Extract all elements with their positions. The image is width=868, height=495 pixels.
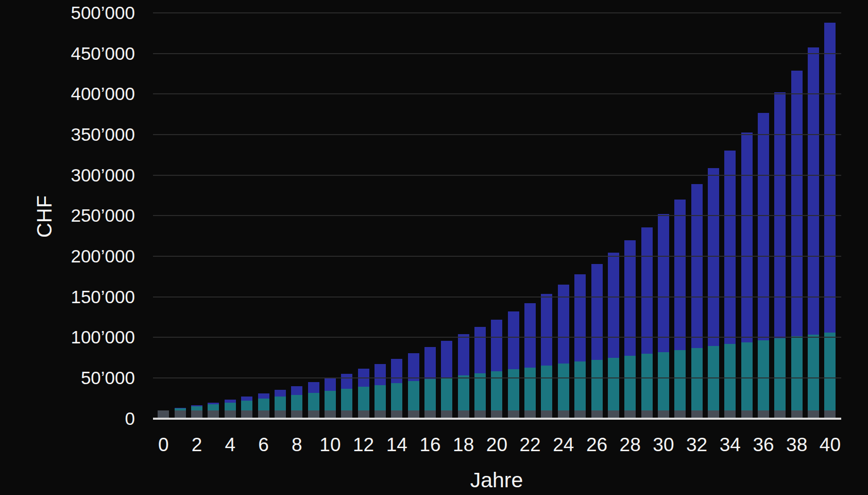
bar-segment-top-segment-blue-year-32 <box>691 184 703 348</box>
bar-segment-middle-segment-teal-year-21 <box>508 369 519 410</box>
bar-segment-top-segment-blue-year-35 <box>741 133 753 342</box>
bar-segment-middle-segment-teal-year-7 <box>275 397 286 410</box>
y-tick-label: 500’000 <box>0 3 135 23</box>
bar-segment-middle-segment-teal-year-26 <box>591 360 603 410</box>
bar-segment-middle-segment-teal-year-10 <box>325 391 336 410</box>
bar-segment-top-segment-blue-year-2 <box>191 405 202 406</box>
gridline-450000 <box>153 53 841 54</box>
bar-segment-top-segment-blue-year-10 <box>325 378 336 391</box>
gridline-50000 <box>153 377 841 378</box>
bar-segment-middle-segment-teal-year-11 <box>341 389 352 410</box>
y-tick-label: 150’000 <box>0 287 135 307</box>
bar-segment-middle-segment-teal-year-38 <box>791 336 803 410</box>
bar-segment-middle-segment-teal-year-19 <box>474 373 486 410</box>
bar-segment-middle-segment-teal-year-22 <box>524 368 536 410</box>
bar-segment-top-segment-blue-year-18 <box>458 334 469 375</box>
gridline-100000 <box>153 337 841 338</box>
bar-segment-middle-segment-teal-year-4 <box>225 403 236 410</box>
bar-segment-top-segment-blue-year-22 <box>524 303 536 368</box>
bar-segment-middle-segment-teal-year-1 <box>175 408 186 410</box>
bar-segment-middle-segment-teal-year-5 <box>241 401 252 410</box>
bar-segment-top-segment-blue-year-27 <box>608 253 619 358</box>
bar-segment-top-segment-blue-year-30 <box>658 214 669 352</box>
bar-segment-middle-segment-teal-year-37 <box>774 338 786 410</box>
y-tick-label: 300’000 <box>0 165 135 186</box>
y-tick-label: 50’000 <box>0 368 135 388</box>
bar-segment-middle-segment-teal-year-40 <box>824 333 836 410</box>
bar-segment-middle-segment-teal-year-28 <box>624 356 636 410</box>
bar-segment-top-segment-blue-year-33 <box>708 168 719 346</box>
bar-segment-middle-segment-teal-year-17 <box>441 377 452 410</box>
bar-segment-middle-segment-teal-year-24 <box>558 364 569 410</box>
bar-segment-top-segment-blue-year-26 <box>591 264 603 360</box>
bar-segment-middle-segment-teal-year-13 <box>375 385 386 410</box>
bar-segment-top-segment-blue-year-11 <box>341 374 352 389</box>
bar-segment-middle-segment-teal-year-30 <box>658 352 669 410</box>
bar-segment-top-segment-blue-year-9 <box>308 382 319 393</box>
bar-segment-top-segment-blue-year-31 <box>674 200 686 350</box>
y-tick-label: 100’000 <box>0 327 135 348</box>
bar-segment-top-segment-blue-year-8 <box>291 386 302 395</box>
bar-segment-top-segment-blue-year-39 <box>808 47 819 335</box>
bar-segment-top-segment-blue-year-23 <box>541 294 552 366</box>
gridline-150000 <box>153 296 841 298</box>
bar-segment-top-segment-blue-year-25 <box>574 274 586 361</box>
bar-segment-middle-segment-teal-year-18 <box>458 375 469 410</box>
bar-segment-middle-segment-teal-year-39 <box>808 335 819 410</box>
bar-segment-middle-segment-teal-year-36 <box>758 340 769 410</box>
bar-segment-top-segment-blue-year-3 <box>208 403 219 405</box>
bar-segment-top-segment-blue-year-21 <box>508 311 519 369</box>
y-tick-label: 200’000 <box>0 246 135 267</box>
x-tick-label: 40 <box>807 434 853 456</box>
bar-segment-top-segment-blue-year-4 <box>225 400 236 403</box>
bar-segment-top-segment-blue-year-19 <box>474 327 486 373</box>
gridline-300000 <box>153 175 841 176</box>
y-tick-label: 250’000 <box>0 205 135 226</box>
x-axis-line <box>153 418 841 420</box>
bar-segment-top-segment-blue-year-34 <box>724 151 736 344</box>
bar-segment-middle-segment-teal-year-12 <box>358 387 369 410</box>
gridline-250000 <box>153 215 841 216</box>
bar-segment-top-segment-blue-year-17 <box>441 341 452 377</box>
y-tick-label: 350’000 <box>0 124 135 145</box>
y-tick-label: 0 <box>0 408 135 429</box>
gridline-200000 <box>153 256 841 257</box>
bar-segment-top-segment-blue-year-5 <box>241 397 252 401</box>
y-tick-label: 450’000 <box>0 43 135 64</box>
bar-segment-top-segment-blue-year-1 <box>175 408 186 408</box>
bar-segment-middle-segment-teal-year-6 <box>258 399 269 410</box>
bar-segment-top-segment-blue-year-40 <box>824 23 836 332</box>
bar-segment-middle-segment-teal-year-14 <box>391 383 402 410</box>
bar-segment-middle-segment-teal-year-23 <box>541 366 552 410</box>
x-axis-title: Jahre <box>470 468 523 492</box>
bar-segment-middle-segment-teal-year-35 <box>741 342 753 410</box>
bar-segment-middle-segment-teal-year-27 <box>608 358 619 410</box>
bar-segment-middle-segment-teal-year-31 <box>674 350 686 410</box>
bar-segment-middle-segment-teal-year-9 <box>308 393 319 410</box>
gridline-400000 <box>153 93 841 94</box>
y-tick-label: 400’000 <box>0 84 135 104</box>
bar-segment-top-segment-blue-year-29 <box>641 227 653 354</box>
bar-segment-top-segment-blue-year-28 <box>624 240 636 356</box>
bar-segment-middle-segment-teal-year-32 <box>691 348 703 410</box>
bar-segment-top-segment-blue-year-6 <box>258 393 269 399</box>
bar-segment-middle-segment-teal-year-29 <box>641 354 653 410</box>
bar-segment-top-segment-blue-year-36 <box>758 113 769 340</box>
bar-segment-top-segment-blue-year-7 <box>275 390 286 397</box>
chart: CHF Jahre 050’000100’000150’000200’00025… <box>0 0 868 495</box>
bar-segment-top-segment-blue-year-13 <box>375 364 386 385</box>
bar-segment-middle-segment-teal-year-16 <box>424 379 436 410</box>
gridline-500000 <box>153 12 841 13</box>
bar-segment-top-segment-blue-year-16 <box>424 347 436 379</box>
gridline-350000 <box>153 134 841 135</box>
bar-segment-middle-segment-teal-year-3 <box>208 404 219 410</box>
bar-segment-top-segment-blue-year-14 <box>391 359 402 383</box>
bar-segment-middle-segment-teal-year-15 <box>408 381 419 410</box>
bar-segment-middle-segment-teal-year-2 <box>191 406 202 410</box>
bar-segment-top-segment-blue-year-20 <box>491 320 502 372</box>
bar-segment-middle-segment-teal-year-25 <box>574 361 586 410</box>
bar-segment-middle-segment-teal-year-8 <box>291 395 302 410</box>
